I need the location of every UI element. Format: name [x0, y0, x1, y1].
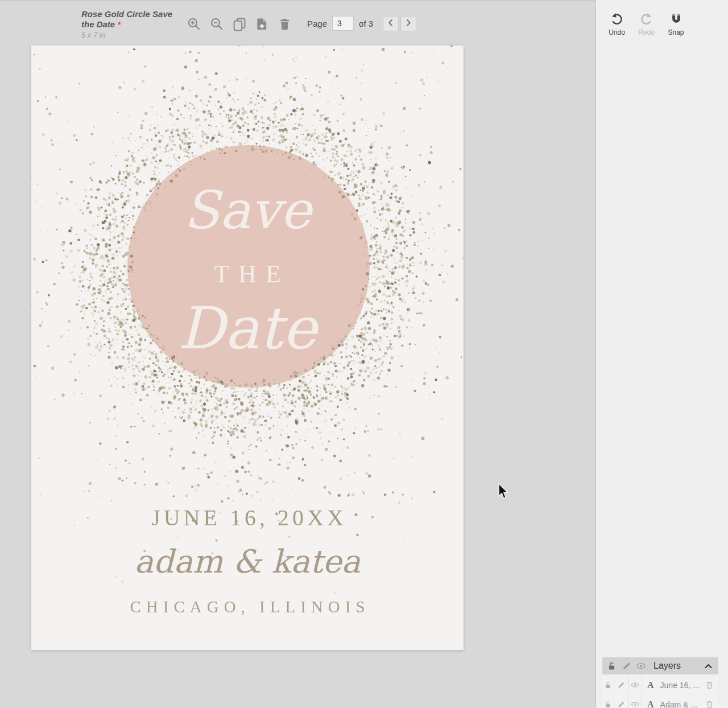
layers-panel-header: Layers: [602, 657, 718, 674]
layer-delete-icon[interactable]: [700, 676, 718, 694]
layer-edit-icon[interactable]: [614, 695, 628, 708]
card-text-location[interactable]: CHICAGO, ILLINOIS: [31, 598, 464, 616]
editor-canvas-area: Rose Gold Circle Save the Date * 5 x 7 i…: [0, 0, 595, 708]
right-sidebar: Undo Redo Snap Layers A June 16, ...: [595, 0, 728, 708]
chevron-left-icon: [386, 18, 396, 30]
zoom-out-button[interactable]: [209, 16, 224, 32]
undo-button[interactable]: Undo: [605, 11, 628, 36]
page-total-label: of 3: [359, 19, 373, 28]
layer-visibility-icon[interactable]: [628, 676, 642, 694]
magnet-icon: [670, 11, 682, 26]
duplicate-page-button[interactable]: [232, 16, 246, 32]
document-title-line1: Rose Gold Circle Save: [81, 9, 181, 19]
card-text-couple-names[interactable]: adam & katea: [31, 543, 464, 580]
page-label: Page: [307, 19, 327, 28]
card-text-event-date[interactable]: JUNE 16, 20XX: [31, 504, 464, 531]
snap-label: Snap: [668, 28, 684, 36]
text-layer-icon: A: [647, 699, 654, 708]
chevron-right-icon: [403, 18, 413, 30]
delete-page-button[interactable]: [278, 16, 292, 32]
add-page-icon: [255, 17, 268, 31]
layers-panel-title: Layers: [653, 661, 704, 671]
mouse-cursor: [498, 484, 508, 503]
history-toolbar: Undo Redo Snap: [605, 11, 688, 36]
next-page-button[interactable]: [400, 16, 416, 31]
card-text-save[interactable]: Save: [31, 184, 464, 237]
document-title-line2: the Date *: [81, 19, 181, 30]
lock-all-icon[interactable]: [607, 661, 617, 671]
collapse-panel-chevron-up-icon[interactable]: [704, 661, 713, 671]
layer-lock-icon[interactable]: [602, 676, 614, 694]
undo-label: Undo: [609, 28, 625, 36]
document-title: Rose Gold Circle Save the Date * 5 x 7 i…: [81, 9, 181, 39]
page-number-input[interactable]: [332, 16, 354, 31]
text-layer-icon: A: [647, 680, 654, 690]
layer-label: Adam & ...: [660, 700, 697, 708]
previous-page-button[interactable]: [383, 16, 399, 31]
layer-edit-icon[interactable]: [614, 676, 628, 694]
design-card[interactable]: Save THE Date JUNE 16, 20XX adam & katea…: [31, 46, 464, 650]
trash-icon: [278, 17, 291, 31]
card-text-the[interactable]: THE: [31, 260, 464, 289]
page-navigation: Page of 3: [307, 15, 416, 31]
layer-lock-icon[interactable]: [602, 695, 614, 708]
zoom-in-icon: [187, 17, 201, 31]
layer-row-june16[interactable]: A June 16, ...: [602, 676, 718, 694]
document-dimensions: 5 x 7 in: [81, 31, 181, 39]
edit-all-icon[interactable]: [622, 661, 631, 671]
add-page-button[interactable]: [255, 16, 269, 32]
layer-row-main[interactable]: A Adam & ...: [642, 695, 700, 708]
redo-icon: [640, 11, 653, 26]
snap-button[interactable]: Snap: [664, 11, 688, 36]
layer-delete-icon[interactable]: [700, 695, 718, 708]
layer-row-main[interactable]: A June 16, ...: [642, 676, 700, 694]
zoom-out-icon: [210, 17, 224, 31]
layer-row-adam[interactable]: A Adam & ...: [602, 695, 718, 708]
layer-visibility-icon[interactable]: [628, 695, 642, 708]
page-toolbar: [187, 16, 292, 32]
redo-button[interactable]: Redo: [635, 11, 658, 36]
required-asterisk: *: [117, 19, 121, 29]
card-text-date[interactable]: Date: [31, 299, 464, 357]
redo-label: Redo: [638, 28, 655, 36]
zoom-in-button[interactable]: [187, 16, 201, 32]
layers-panel: Layers A June 16, ... A Adam & ...: [602, 657, 718, 708]
undo-icon: [610, 11, 623, 26]
copy-icon: [232, 17, 246, 31]
layer-label: June 16, ...: [660, 681, 700, 690]
visibility-all-icon[interactable]: [636, 661, 646, 671]
